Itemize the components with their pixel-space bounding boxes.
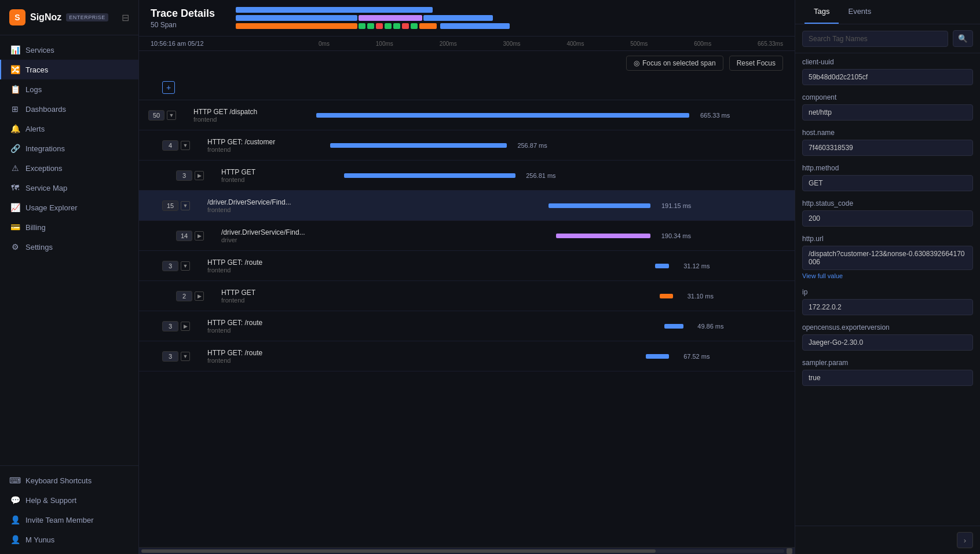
sidebar-item-settings[interactable]: ⚙ Settings [0,237,138,257]
tab-events[interactable]: Events [839,0,880,24]
timeline-ruler: 10:56:16 am 05/12 0ms100ms200ms300ms400m… [139,37,795,51]
sidebar-item-exceptions[interactable]: ⚠ Exceptions [0,158,138,178]
trace-row[interactable]: 3 ▶ HTTP GET frontend 256.81 ms [139,161,795,191]
span-timeline: 67.52 ms [330,345,795,368]
trace-row[interactable]: 4 ▼ HTTP GET: /customer frontend 256.87 … [139,130,795,161]
sidebar-item-alerts[interactable]: 🔔 Alerts [0,119,138,138]
sidebar-item-integrations[interactable]: 🔗 Integrations [0,138,138,158]
row-badge: 3 ▶ [176,170,217,181]
span-name: HTTP GET: /route [207,349,330,357]
span-bar: 31.12 ms [655,264,669,268]
span-expand-toggle[interactable]: ▼ [181,141,190,150]
span-expand-toggle[interactable]: ▶ [195,231,204,240]
sidebar-item-logs[interactable]: 📋 Logs [0,79,138,99]
tag-key: component [802,93,973,101]
span-duration: 67.52 ms [683,353,710,360]
span-expand-toggle[interactable]: ▶ [195,291,204,301]
span-count-badge: 2 [176,291,192,301]
sidebar-item-services[interactable]: 📊 Services [0,40,138,60]
span-duration: 256.81 ms [526,172,555,179]
tag-value: GET [802,175,973,191]
expand-all-button[interactable]: + [162,81,175,94]
span-service: frontend [193,116,316,123]
span-expand-toggle[interactable]: ▶ [181,322,190,331]
span-name: /driver.DriverService/Find... [207,198,330,206]
sidebar-item-help-support[interactable]: 💬 Help & Support [0,490,138,510]
trace-row[interactable]: 50 ▼ HTTP GET /dispatch frontend 665.33 … [139,100,795,130]
dot-green2 [367,23,374,29]
sidebar-item-traces[interactable]: 🔀 Traces [0,60,138,79]
row-info: HTTP GET: /route frontend [203,258,330,274]
preview-bar-4 [423,15,493,21]
nav-icon-logs: 📋 [10,85,20,94]
trace-title-block: Trace Details 50 Span [151,8,215,29]
tag-key: sampler.param [802,359,973,367]
nav-label-services: Services [25,46,54,54]
sidebar-item-keyboard-shortcuts[interactable]: ⌨ Keyboard Shortcuts [0,471,138,490]
sidebar-bottom: ⌨ Keyboard Shortcuts💬 Help & Support👤 In… [0,465,138,554]
tag-item: opencensus.exporterversion Jaeger-Go-2.3… [802,323,973,351]
tag-item: host.name 7f4603318539 [802,129,973,156]
span-expand-toggle[interactable]: ▼ [167,111,176,120]
span-count-badge: 15 [162,201,178,211]
focus-selected-span-button[interactable]: ◎ Focus on selected span [626,56,723,71]
nav-icon-invite-team: 👤 [10,515,20,524]
ruler-timestamp: 10:56:16 am 05/12 [139,40,319,47]
sidebar-item-dashboards[interactable]: ⊞ Dashboards [0,99,138,119]
trace-row[interactable]: 2 ▶ HTTP GET frontend 31.10 ms [139,281,795,311]
sidebar: S SigNoz ENTERPRISE ⊟ 📊 Services🔀 Traces… [0,0,139,554]
span-duration: 31.12 ms [683,263,710,269]
span-count-badge: 3 [162,261,178,271]
sidebar-item-invite-team[interactable]: 👤 Invite Team Member [0,510,138,530]
trace-row[interactable]: 3 ▼ HTTP GET: /route frontend 67.52 ms [139,341,795,371]
span-timeline: 31.12 ms [330,254,795,278]
nav-label-keyboard-shortcuts: Keyboard Shortcuts [25,476,92,485]
row-info: HTTP GET frontend [217,168,344,183]
trace-row[interactable]: 14 ▶ /driver.DriverService/Find... drive… [139,221,795,251]
tag-value: true [802,370,973,386]
span-name: HTTP GET: /customer [207,138,330,146]
span-service: frontend [207,267,330,274]
sidebar-item-billing[interactable]: 💳 Billing [0,217,138,237]
span-service: frontend [207,327,330,334]
sidebar-item-usage-explorer[interactable]: 📈 Usage Explorer [0,198,138,217]
sidebar-item-service-map[interactable]: 🗺 Service Map [0,178,138,198]
search-tag-input[interactable] [802,31,948,47]
view-full-value-link[interactable]: View full value [802,272,843,279]
row-badge: 14 ▶ [176,231,217,241]
ruler-tick: 400ms [566,41,584,47]
bottom-scrollbar[interactable] [139,547,795,554]
span-expand-toggle[interactable]: ▶ [195,171,204,180]
main-content: Trace Details 50 Span [139,0,795,554]
span-service: frontend [221,176,344,183]
nav-icon-usage-explorer: 📈 [10,203,20,212]
nav-icon-billing: 💳 [10,223,20,232]
span-expand-toggle[interactable]: ▼ [181,201,190,210]
next-tag-button[interactable]: › [957,532,973,548]
trace-list: 50 ▼ HTTP GET /dispatch frontend 665.33 … [139,100,795,547]
tag-item: sampler.param true [802,359,973,386]
trace-row[interactable]: 3 ▼ HTTP GET: /route frontend 31.12 ms [139,251,795,281]
span-bar: 191.15 ms [548,203,650,208]
span-name: /driver.DriverService/Find... [221,228,344,236]
trace-row[interactable]: 3 ▶ HTTP GET: /route frontend 49.86 ms [139,311,795,341]
dot-green3 [385,23,392,29]
dot-green5 [411,23,418,29]
span-bar: 190.34 ms [556,234,650,238]
reset-focus-button[interactable]: Reset Focus [729,56,783,71]
logo-icon: S [9,9,25,25]
span-expand-toggle[interactable]: ▼ [181,261,190,271]
tab-tags[interactable]: Tags [805,0,839,24]
trace-row[interactable]: 15 ▼ /driver.DriverService/Find... front… [139,191,795,221]
span-expand-toggle[interactable]: ▼ [181,352,190,361]
sidebar-toggle-button[interactable]: ⊟ [122,12,129,23]
nav-icon-service-map: 🗺 [10,183,20,192]
span-timeline: 256.87 ms [330,134,795,157]
enterprise-badge: ENTERPRISE [66,13,108,21]
tag-value: /dispatch?customer-123&nonse-0.630839266… [802,246,973,270]
sidebar-item-user[interactable]: 👤 M Yunus [0,530,138,549]
nav-icon-user: 👤 [10,535,20,544]
scroll-end-handle[interactable] [787,548,792,554]
focus-icon: ◎ [634,59,639,67]
search-button[interactable]: 🔍 [953,30,973,47]
